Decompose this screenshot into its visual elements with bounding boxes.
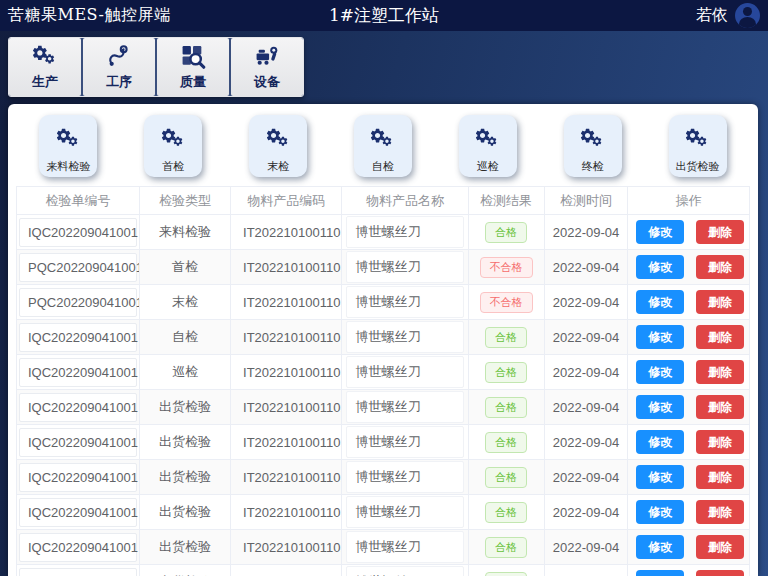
edit-button[interactable]: 修改 [636, 220, 684, 244]
delete-button[interactable]: 删除 [696, 500, 744, 524]
table-row: IQC202209041001 巡检 IT2022101001101 博世螺丝刀… [17, 355, 750, 390]
edit-button[interactable]: 修改 [636, 430, 684, 454]
material-code: IT2022101001101 [231, 355, 342, 390]
inspection-tab-button[interactable]: 自检 [354, 115, 412, 177]
quality-search-icon [179, 44, 207, 69]
toolbar-button[interactable]: 生产 [9, 38, 81, 96]
delete-button[interactable]: 删除 [696, 430, 744, 454]
material-name: 博世螺丝刀 [346, 391, 463, 423]
delete-button[interactable]: 删除 [696, 465, 744, 489]
result-badge: 合格 [485, 397, 527, 418]
table-row: IQC202209041001 出货检验 IT2022101001101 博世螺… [17, 495, 750, 530]
delete-button[interactable]: 删除 [696, 570, 744, 576]
material-code: IT2022101001101 [231, 215, 342, 250]
material-code: IT2022101001101 [231, 565, 342, 576]
edit-button[interactable]: 修改 [636, 290, 684, 314]
material-name: 博世螺丝刀 [346, 286, 463, 318]
material-code: IT2022101001101 [231, 425, 342, 460]
inspection-type: 出货检验 [140, 425, 231, 460]
result-badge: 合格 [485, 432, 527, 453]
result-badge: 合格 [485, 327, 527, 348]
edit-button[interactable]: 修改 [636, 360, 684, 384]
inspection-date: 2022-09-04 [544, 285, 628, 320]
inspection-type: 末检 [140, 285, 231, 320]
inspection-date: 2022-09-04 [544, 250, 628, 285]
edit-button[interactable]: 修改 [636, 395, 684, 419]
inspection-type: 自检 [140, 320, 231, 355]
inspection-order-no: IQC202209041001 [19, 358, 137, 387]
material-code: IT2022101001101 [231, 320, 342, 355]
delete-button[interactable]: 删除 [696, 395, 744, 419]
inspection-date: 2022-09-04 [544, 320, 628, 355]
username: 若依 [696, 5, 728, 26]
inspection-tab-label: 出货检验 [676, 159, 720, 174]
gears-icon [160, 127, 187, 151]
inspection-tab-label: 自检 [372, 159, 394, 174]
delete-button[interactable]: 删除 [696, 290, 744, 314]
delete-button[interactable]: 删除 [696, 360, 744, 384]
material-name: 博世螺丝刀 [346, 321, 463, 353]
toolbar-button-label: 质量 [180, 73, 206, 91]
toolbar-button-label: 生产 [32, 73, 58, 91]
result-badge: 合格 [485, 467, 527, 488]
gears-icon [684, 127, 711, 151]
inspection-tab-button[interactable]: 来料检验 [39, 115, 97, 177]
table-row: IQC202209041001 出货检验 IT2022101001101 博世螺… [17, 530, 750, 565]
material-name: 博世螺丝刀 [346, 531, 463, 563]
table-column-header: 物料产品编码 [231, 187, 342, 215]
equipment-machine-icon [253, 44, 281, 69]
inspection-tab-label: 终检 [582, 159, 604, 174]
delete-button[interactable]: 删除 [696, 325, 744, 349]
inspection-order-no: IQC202209041001 [19, 498, 137, 527]
edit-button[interactable]: 修改 [636, 500, 684, 524]
toolbar-button[interactable]: 设备 [231, 38, 303, 96]
toolbar-button[interactable]: 质量 [157, 38, 229, 96]
table-column-header: 检测时间 [544, 187, 628, 215]
inspection-date: 2022-09-04 [544, 530, 628, 565]
user-avatar-icon[interactable] [735, 3, 760, 28]
delete-button[interactable]: 删除 [696, 255, 744, 279]
material-code: IT2022101001101 [231, 495, 342, 530]
result-badge: 合格 [485, 222, 527, 243]
edit-button[interactable]: 修改 [636, 325, 684, 349]
production-gears-icon [31, 44, 59, 69]
material-name: 博世螺丝刀 [346, 496, 463, 528]
material-name: 博世螺丝刀 [346, 566, 463, 576]
inspection-tab-button[interactable]: 终检 [564, 115, 622, 177]
table-column-header: 物料产品名称 [342, 187, 468, 215]
inspection-tab-button[interactable]: 巡检 [459, 115, 517, 177]
toolbar-button[interactable]: 工序 [83, 38, 155, 96]
delete-button[interactable]: 删除 [696, 535, 744, 559]
inspection-date: 2022-09-04 [544, 425, 628, 460]
inspection-order-no: IQC202209041001 [19, 393, 137, 422]
gears-icon [55, 127, 82, 151]
inspection-tab-button[interactable]: 出货检验 [669, 115, 727, 177]
table-row: IQC202209041001 自检 IT2022101001101 博世螺丝刀… [17, 320, 750, 355]
delete-button[interactable]: 删除 [696, 220, 744, 244]
edit-button[interactable]: 修改 [636, 570, 684, 576]
edit-button[interactable]: 修改 [636, 255, 684, 279]
inspection-order-no: PQC202209041001 [19, 253, 137, 282]
gears-icon [369, 127, 396, 151]
material-code: IT2022101001101 [231, 460, 342, 495]
inspection-order-no: IQC202209041001 [19, 218, 137, 247]
material-code: IT2022101001101 [231, 285, 342, 320]
edit-button[interactable]: 修改 [636, 465, 684, 489]
inspection-tab-button[interactable]: 末检 [249, 115, 307, 177]
table-row: IQC202209041001 出货检验 IT2022101001101 博世螺… [17, 460, 750, 495]
inspection-date: 2022-09-04 [544, 460, 628, 495]
result-badge: 合格 [485, 572, 527, 576]
inspection-order-no: PQC202209041001 [19, 288, 137, 317]
inspection-order-no: IQC202209041001 [19, 463, 137, 492]
toolbar-button-label: 设备 [254, 73, 280, 91]
topbar: 苦糖果MES-触控屏端 1#注塑工作站 若依 [0, 0, 768, 31]
inspection-type: 来料检验 [140, 215, 231, 250]
inspection-tab-label: 巡检 [477, 159, 499, 174]
gears-icon [474, 127, 501, 151]
table-column-header: 检测结果 [468, 187, 544, 215]
inspection-tab-button[interactable]: 首检 [144, 115, 202, 177]
material-code: IT2022101001101 [231, 390, 342, 425]
inspection-order-no: IQC202209041001 [19, 323, 137, 352]
edit-button[interactable]: 修改 [636, 535, 684, 559]
content-panel: 来料检验 首检 末检 自检 巡检 终检 [8, 104, 758, 576]
